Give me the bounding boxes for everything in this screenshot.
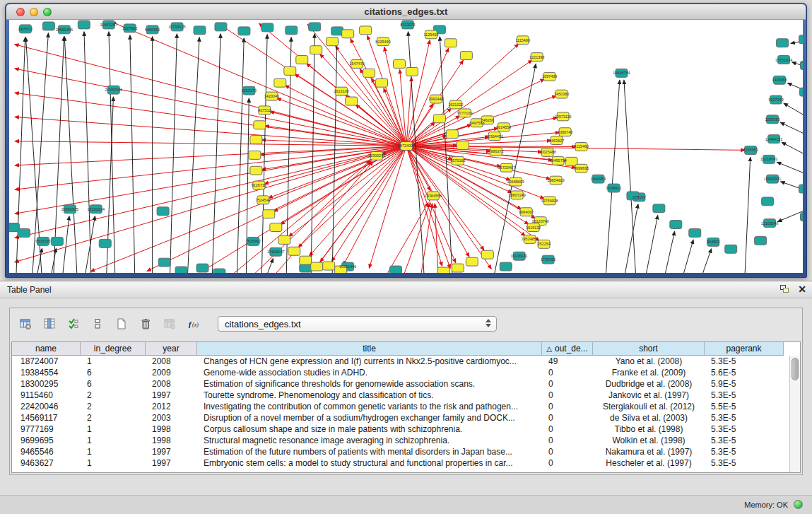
graph-node[interactable]: [311, 262, 323, 271]
citation-edge-black[interactable]: [702, 249, 711, 273]
graph-node[interactable]: [215, 23, 227, 31]
close-panel-icon[interactable]: ✕: [798, 284, 806, 294]
citation-edge-black[interactable]: [332, 38, 337, 273]
graph-node[interactable]: [278, 235, 290, 244]
window-titlebar[interactable]: citations_edges.txt: [6, 4, 806, 20]
function-builder-icon[interactable]: f(x): [184, 315, 204, 333]
graph-node[interactable]: [331, 27, 343, 35]
graph-node[interactable]: [346, 97, 358, 105]
graph-node[interactable]: [689, 229, 701, 238]
citation-edge-black[interactable]: [109, 32, 115, 273]
column-header-name[interactable]: name: [12, 342, 81, 356]
citation-edge-black[interactable]: [86, 216, 95, 273]
new-column-icon[interactable]: [112, 315, 131, 333]
vertical-scrollbar[interactable]: [789, 356, 800, 472]
citation-edge-red[interactable]: [343, 146, 406, 265]
citation-edge-black[interactable]: [625, 204, 637, 273]
graph-node[interactable]: [390, 266, 402, 273]
graph-node[interactable]: [250, 136, 262, 144]
graph-node[interactable]: [800, 88, 803, 96]
graph-node[interactable]: [286, 26, 298, 35]
table-row[interactable]: 1872400712008Changes of HCN gene express…: [12, 356, 800, 367]
graph-node[interactable]: [175, 267, 187, 273]
citation-edge-red[interactable]: [406, 146, 484, 250]
graph-node[interactable]: [433, 115, 445, 123]
graph-node[interactable]: [42, 22, 54, 30]
table-row[interactable]: 1830029562008Estimation of significance …: [12, 378, 800, 390]
column-header-short[interactable]: short: [593, 342, 705, 356]
graph-node[interactable]: [801, 213, 803, 221]
graph-node[interactable]: [99, 239, 111, 247]
citation-edge-black[interactable]: [784, 103, 803, 115]
table-row[interactable]: 977716911998Corpus callosum shape and si…: [12, 424, 800, 435]
citation-edge-red[interactable]: [435, 204, 438, 273]
graph-node[interactable]: [466, 257, 478, 266]
graph-node[interactable]: [394, 60, 406, 69]
column-header-year[interactable]: year: [146, 342, 197, 356]
graph-node[interactable]: [323, 262, 335, 270]
graph-node[interactable]: [261, 23, 273, 32]
graph-node[interactable]: [238, 27, 250, 35]
graph-node[interactable]: [263, 210, 275, 218]
graph-node[interactable]: [213, 269, 225, 273]
citation-edge-black[interactable]: [16, 37, 25, 273]
graph-node[interactable]: [78, 21, 90, 29]
graph-node[interactable]: [446, 130, 458, 139]
column-header-out_de[interactable]: △out_de...: [542, 342, 593, 356]
citation-edge-red[interactable]: [15, 69, 406, 146]
column-header-title[interactable]: title: [197, 342, 542, 356]
graph-node[interactable]: [801, 62, 803, 70]
graph-node[interactable]: [18, 229, 30, 238]
graph-node[interactable]: [755, 236, 767, 245]
graph-node[interactable]: [376, 78, 388, 87]
table-row[interactable]: 2242004622012Investigating the contribut…: [12, 401, 800, 412]
graph-node[interactable]: [296, 56, 308, 64]
graph-node[interactable]: [799, 185, 803, 193]
graph-node[interactable]: [249, 151, 261, 159]
graph-node[interactable]: [300, 264, 312, 272]
citation-edge-red[interactable]: [310, 146, 406, 257]
graph-node[interactable]: [500, 262, 512, 271]
graph-node[interactable]: [653, 204, 665, 213]
graph-node[interactable]: [284, 66, 296, 75]
column-header-in_degree[interactable]: in_degree: [81, 342, 146, 356]
select-rows-icon[interactable]: [64, 315, 83, 333]
graph-node[interactable]: [406, 67, 418, 76]
graph-node[interactable]: [274, 78, 286, 87]
citation-edge-black[interactable]: [606, 80, 619, 273]
table-row[interactable]: 946554611997Estimation of the future num…: [12, 446, 800, 457]
table-mode-icon[interactable]: [16, 315, 35, 333]
citation-edge-black[interactable]: [130, 35, 135, 273]
graph-node[interactable]: [342, 30, 354, 38]
citation-edge-black[interactable]: [440, 37, 452, 273]
citation-edge-black[interactable]: [84, 32, 91, 273]
graph-node[interactable]: [270, 223, 282, 232]
citation-edge-black[interactable]: [188, 37, 200, 273]
graph-node[interactable]: [288, 247, 300, 255]
citation-edge-black[interactable]: [212, 34, 220, 273]
citation-edge-red[interactable]: [387, 203, 428, 273]
citation-edge-black[interactable]: [777, 162, 803, 173]
graph-node[interactable]: [452, 264, 464, 272]
graph-node[interactable]: [51, 237, 63, 245]
table-row[interactable]: 1456911722003Disruption of a novel membe…: [12, 412, 800, 424]
citation-edge-red[interactable]: [15, 45, 406, 146]
citation-edge-black[interactable]: [782, 142, 803, 155]
graph-node[interactable]: [460, 52, 472, 60]
graph-node[interactable]: [157, 207, 169, 216]
show-columns-icon[interactable]: [40, 315, 59, 333]
graph-node[interactable]: [457, 141, 469, 150]
citation-edge-black[interactable]: [665, 231, 674, 273]
graph-node[interactable]: [309, 23, 321, 31]
graph-node[interactable]: [445, 39, 457, 47]
delete-column-icon[interactable]: [136, 315, 155, 333]
graph-node[interactable]: [437, 267, 449, 273]
graph-node[interactable]: [250, 166, 262, 175]
citation-edge-black[interactable]: [64, 37, 77, 273]
citation-edge-red[interactable]: [203, 146, 406, 271]
graph-node[interactable]: [254, 121, 266, 129]
graph-node[interactable]: [300, 256, 312, 264]
citation-edge-black[interactable]: [311, 34, 314, 273]
float-panel-icon[interactable]: [780, 285, 789, 293]
graph-node[interactable]: [481, 250, 493, 259]
